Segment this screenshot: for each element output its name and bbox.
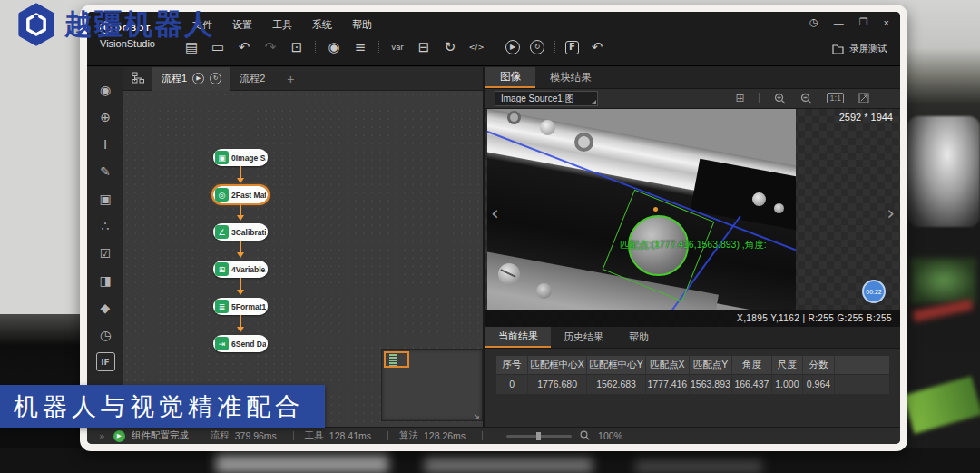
results-column-header: 序号: [496, 356, 528, 374]
variable-icon[interactable]: var: [389, 41, 406, 54]
image-source-dropdown[interactable]: Image Source1.图: [495, 91, 598, 106]
module-config-icon[interactable]: ≡: [352, 39, 368, 55]
results-tab[interactable]: 历史结果: [551, 327, 616, 348]
zoom-out-icon[interactable]: [800, 93, 812, 104]
run-once-icon[interactable]: ▶: [505, 40, 520, 54]
results-tab-bar: 当前结果历史结果帮助: [485, 327, 900, 349]
tab-flow2-label: 流程2: [240, 72, 265, 85]
run-flow-loop-button[interactable]: ↻: [210, 73, 221, 84]
node-icon: ◎: [215, 188, 229, 202]
minimap-resize-handle[interactable]: ↘: [473, 411, 480, 420]
node-send-data[interactable]: ⇥ 6Send Dat...: [213, 335, 268, 352]
format-f-icon[interactable]: F: [565, 41, 579, 54]
toolbar-separator[interactable]: [378, 41, 379, 54]
timer-icon[interactable]: ◷: [96, 325, 115, 344]
green-machine-part: [911, 258, 976, 303]
table-row[interactable]: 01776.6801562.6831777.4161563.893166.437…: [496, 374, 889, 394]
toolbar-separator[interactable]: [554, 41, 555, 54]
measure-icon[interactable]: I: [96, 134, 115, 153]
tab-flow1[interactable]: 流程1 ▶ ↻: [152, 67, 230, 91]
menu-item[interactable]: 帮助: [344, 16, 380, 34]
image-process-icon[interactable]: ◨: [96, 271, 115, 290]
image-edit-icon[interactable]: ✎: [96, 162, 115, 181]
image-resolution: 2592 * 1944: [839, 112, 893, 123]
close-button[interactable]: ×: [884, 17, 889, 28]
results-tab[interactable]: 当前结果: [485, 327, 551, 348]
redo-icon[interactable]: ↷: [262, 39, 279, 55]
app-window: DOBOT VisionStudio 文件设置工具系统帮助 ◷ — ❐ × ▤▭…: [87, 12, 900, 444]
expand-view-icon[interactable]: [858, 93, 869, 103]
locate-icon[interactable]: ⊕: [96, 107, 115, 126]
prev-image-chevron[interactable]: ‹: [491, 203, 499, 223]
zoom-slider-thumb[interactable]: [536, 432, 541, 440]
flow-canvas[interactable]: ▣ 0Image S... ◎ 2Fast Mat... ∠: [123, 91, 483, 427]
script-icon[interactable]: </>: [468, 41, 485, 54]
node-variable[interactable]: ⊞ 4Variable...: [213, 261, 268, 278]
node-label: 6Send Dat...: [231, 340, 266, 349]
region-icon[interactable]: ▣: [96, 189, 115, 208]
if-branch-icon[interactable]: IF: [96, 352, 115, 371]
menu-item[interactable]: 设置: [224, 16, 260, 34]
record-test-button[interactable]: 录屏测试: [832, 43, 887, 55]
toolbar-separator[interactable]: [315, 41, 316, 54]
results-tab[interactable]: 帮助: [616, 327, 662, 348]
session-timer-icon[interactable]: ◷: [809, 16, 818, 28]
zoom-slider[interactable]: [506, 435, 572, 438]
table-cell: 166.437: [732, 374, 771, 394]
logic-check-icon[interactable]: ☑: [96, 243, 115, 262]
caption-banner: 机器人与视觉精准配合: [0, 385, 325, 428]
fit-view-icon[interactable]: ⊞: [735, 92, 744, 104]
screw: [540, 120, 555, 135]
flow-list-icon[interactable]: [123, 72, 152, 85]
magnifier-icon[interactable]: [580, 430, 590, 442]
feature-match-icon[interactable]: ∴: [96, 216, 115, 235]
node-image-source[interactable]: ▣ 0Image S...: [213, 149, 268, 166]
zoom-in-icon[interactable]: [774, 93, 786, 104]
tab-flow2[interactable]: 流程2: [230, 67, 274, 91]
green-bracket: [903, 376, 980, 434]
table-cell: 1777.416: [646, 374, 690, 394]
restore-button[interactable]: ❐: [859, 16, 868, 28]
next-image-chevron[interactable]: ›: [887, 203, 895, 223]
export-image-icon[interactable]: ⊡: [289, 39, 305, 55]
run-flow-button[interactable]: ▶: [192, 73, 204, 84]
screw: [536, 283, 552, 299]
image-viewer[interactable]: + 匹配点:(1777.416,1563.893) ,角度: 2592 * 19…: [485, 109, 900, 327]
viewer-tab-bar: 图像模块结果: [485, 67, 900, 89]
node-icon: ⊞: [215, 262, 229, 276]
pixel-status-bar: X,1895 Y,1162 | R:255 G:255 B:255: [485, 310, 900, 327]
node-calibration[interactable]: ∠ 3Calibrati...: [213, 223, 268, 241]
minimap[interactable]: ↘: [381, 349, 483, 421]
collapse-icon[interactable]: »: [99, 430, 105, 442]
match-annotation-text: 匹配点:(1777.416,1563.893) ,角度:: [620, 239, 767, 251]
background-machine-left: [0, 314, 83, 392]
node-label: 0Image S...: [231, 153, 266, 163]
results-panel: 序号匹配框中心X匹配框中心Y匹配点X匹配点Y角度尺度分数 01776.68015…: [485, 349, 900, 427]
add-flow-button[interactable]: +: [287, 72, 294, 86]
toolbar-separator[interactable]: [495, 41, 495, 54]
camera-icon[interactable]: ◉: [326, 39, 342, 55]
viewer-tab[interactable]: 图像: [485, 67, 535, 88]
minimize-button[interactable]: —: [834, 17, 844, 28]
screw: [498, 263, 520, 285]
status-bar: » ▶ 组件配置完成 流程 379.96ms 工具 128.41ms: [87, 427, 900, 444]
record-test-label: 录屏测试: [849, 43, 887, 55]
timing-metric: 流程 379.96ms: [211, 429, 305, 442]
color-fill-icon[interactable]: ◆: [96, 298, 115, 317]
caption-text: 机器人与视觉精准配合: [14, 390, 304, 423]
menu-item[interactable]: 工具: [264, 16, 300, 34]
run-continuous-icon[interactable]: ↻: [530, 40, 544, 54]
minimap-viewport[interactable]: [384, 351, 409, 368]
camera-source-icon[interactable]: ◉: [96, 80, 115, 99]
viewer-tab[interactable]: 模块结果: [535, 67, 606, 88]
revert-icon[interactable]: ↶: [589, 39, 605, 55]
menu-item[interactable]: 系统: [304, 16, 340, 34]
node-fast-match[interactable]: ◎ 2Fast Mat...: [213, 186, 268, 203]
undo-icon[interactable]: ↶: [236, 39, 252, 55]
window-layout-icon[interactable]: ⊟: [416, 39, 432, 55]
tab-flow1-label: 流程1: [162, 72, 187, 85]
node-format[interactable]: ≣ 5Format1: [213, 298, 268, 315]
table-cell: 1.000: [771, 374, 803, 394]
actual-size-button[interactable]: 1:1: [827, 93, 844, 103]
refresh-icon[interactable]: ↻: [442, 39, 458, 55]
